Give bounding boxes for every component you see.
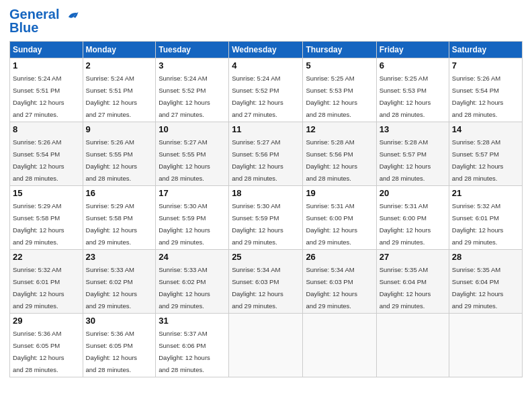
day-number: 28: [452, 252, 519, 262]
day-number: 13: [380, 124, 446, 134]
day-info: Sunrise: 5:30 AMSunset: 5:59 PMDaylight:…: [232, 202, 283, 246]
day-info: Sunrise: 5:26 AMSunset: 5:55 PMDaylight:…: [86, 138, 138, 182]
day-info: Sunrise: 5:26 AMSunset: 5:54 PMDaylight:…: [13, 138, 64, 182]
day-info: Sunrise: 5:26 AMSunset: 5:54 PMDaylight:…: [452, 75, 504, 118]
calendar-cell: 16Sunrise: 5:29 AMSunset: 5:58 PMDayligh…: [83, 185, 156, 249]
day-info: Sunrise: 5:24 AMSunset: 5:52 PMDaylight:…: [159, 75, 210, 118]
day-info: Sunrise: 5:33 AMSunset: 6:02 PMDaylight:…: [159, 266, 210, 310]
day-info: Sunrise: 5:31 AMSunset: 6:00 PMDaylight:…: [306, 202, 357, 246]
day-number: 5: [306, 60, 373, 71]
calendar-cell: 13Sunrise: 5:28 AMSunset: 5:57 PMDayligh…: [376, 122, 449, 185]
day-info: Sunrise: 5:35 AMSunset: 6:04 PMDaylight:…: [452, 266, 504, 310]
day-info: Sunrise: 5:30 AMSunset: 5:59 PMDaylight:…: [159, 202, 210, 246]
calendar-cell: 28Sunrise: 5:35 AMSunset: 6:04 PMDayligh…: [449, 249, 522, 313]
day-info: Sunrise: 5:35 AMSunset: 6:04 PMDaylight:…: [380, 266, 431, 310]
calendar-cell: 12Sunrise: 5:28 AMSunset: 5:56 PMDayligh…: [303, 122, 376, 185]
day-number: 22: [13, 252, 80, 262]
day-info: Sunrise: 5:32 AMSunset: 6:01 PMDaylight:…: [452, 202, 504, 246]
day-number: 15: [13, 188, 80, 198]
calendar-cell: 10Sunrise: 5:27 AMSunset: 5:55 PMDayligh…: [156, 122, 229, 185]
logo-text: General Blue: [9, 7, 79, 36]
calendar-cell: 18Sunrise: 5:30 AMSunset: 5:59 PMDayligh…: [229, 185, 303, 249]
calendar-cell: 5Sunrise: 5:25 AMSunset: 5:53 PMDaylight…: [303, 58, 376, 122]
calendar-cell: 24Sunrise: 5:33 AMSunset: 6:02 PMDayligh…: [156, 249, 229, 313]
day-number: 30: [86, 316, 153, 326]
dow-saturday: Saturday: [449, 41, 522, 58]
day-info: Sunrise: 5:25 AMSunset: 5:53 PMDaylight:…: [380, 75, 431, 118]
calendar-cell: 4Sunrise: 5:24 AMSunset: 5:52 PMDaylight…: [229, 58, 303, 122]
day-info: Sunrise: 5:27 AMSunset: 5:56 PMDaylight:…: [232, 138, 283, 182]
header: General Blue: [9, 7, 523, 36]
calendar-cell: 30Sunrise: 5:36 AMSunset: 6:05 PMDayligh…: [83, 313, 156, 377]
calendar-cell: 2Sunrise: 5:24 AMSunset: 5:51 PMDaylight…: [83, 58, 156, 122]
week-row-5: 29Sunrise: 5:36 AMSunset: 6:05 PMDayligh…: [10, 313, 523, 377]
dow-monday: Monday: [83, 41, 156, 58]
day-info: Sunrise: 5:36 AMSunset: 6:05 PMDaylight:…: [86, 330, 138, 373]
day-info: Sunrise: 5:31 AMSunset: 6:00 PMDaylight:…: [380, 202, 431, 246]
calendar-cell: 21Sunrise: 5:32 AMSunset: 6:01 PMDayligh…: [449, 185, 522, 249]
calendar-cell: 1Sunrise: 5:24 AMSunset: 5:51 PMDaylight…: [10, 58, 83, 122]
calendar-cell: 19Sunrise: 5:31 AMSunset: 6:00 PMDayligh…: [303, 185, 376, 249]
calendar-cell: 8Sunrise: 5:26 AMSunset: 5:54 PMDaylight…: [10, 122, 83, 185]
day-info: Sunrise: 5:27 AMSunset: 5:55 PMDaylight:…: [159, 138, 210, 182]
calendar-cell: 22Sunrise: 5:32 AMSunset: 6:01 PMDayligh…: [10, 249, 83, 313]
week-row-1: 1Sunrise: 5:24 AMSunset: 5:51 PMDaylight…: [10, 58, 523, 122]
calendar-cell: 7Sunrise: 5:26 AMSunset: 5:54 PMDaylight…: [449, 58, 522, 122]
calendar-table: SundayMondayTuesdayWednesdayThursdayFrid…: [9, 41, 523, 377]
week-row-4: 22Sunrise: 5:32 AMSunset: 6:01 PMDayligh…: [10, 249, 523, 313]
day-info: Sunrise: 5:28 AMSunset: 5:57 PMDaylight:…: [380, 138, 431, 182]
day-number: 10: [159, 124, 226, 134]
calendar-cell: 9Sunrise: 5:26 AMSunset: 5:55 PMDaylight…: [83, 122, 156, 185]
day-info: Sunrise: 5:32 AMSunset: 6:01 PMDaylight:…: [13, 266, 64, 310]
logo-bird-icon: [64, 8, 79, 23]
day-number: 16: [86, 188, 153, 198]
dow-sunday: Sunday: [10, 41, 83, 58]
day-number: 18: [232, 188, 300, 198]
day-number: 23: [86, 252, 153, 262]
day-number: 14: [452, 124, 519, 134]
day-number: 11: [232, 124, 300, 134]
logo-general: General: [9, 7, 59, 21]
logo: General Blue: [9, 7, 79, 36]
day-number: 24: [159, 252, 226, 262]
main-container: General Blue SundayMondayTuesdayWednesda…: [0, 0, 532, 384]
calendar-cell: 26Sunrise: 5:34 AMSunset: 6:03 PMDayligh…: [303, 249, 376, 313]
dow-wednesday: Wednesday: [229, 41, 303, 58]
calendar-cell: [303, 313, 376, 377]
day-info: Sunrise: 5:25 AMSunset: 5:53 PMDaylight:…: [306, 75, 357, 118]
day-number: 12: [306, 124, 373, 134]
day-number: 27: [380, 252, 446, 262]
day-number: 19: [306, 188, 373, 198]
calendar-cell: 27Sunrise: 5:35 AMSunset: 6:04 PMDayligh…: [376, 249, 449, 313]
calendar-cell: 6Sunrise: 5:25 AMSunset: 5:53 PMDaylight…: [376, 58, 449, 122]
dow-thursday: Thursday: [303, 41, 376, 58]
day-info: Sunrise: 5:33 AMSunset: 6:02 PMDaylight:…: [86, 266, 138, 310]
calendar-cell: [449, 313, 522, 377]
calendar-cell: 14Sunrise: 5:28 AMSunset: 5:57 PMDayligh…: [449, 122, 522, 185]
calendar-cell: 20Sunrise: 5:31 AMSunset: 6:00 PMDayligh…: [376, 185, 449, 249]
day-number: 26: [306, 252, 373, 262]
day-number: 8: [13, 124, 80, 134]
calendar-cell: [376, 313, 449, 377]
calendar-cell: 25Sunrise: 5:34 AMSunset: 6:03 PMDayligh…: [229, 249, 303, 313]
day-number: 7: [452, 60, 519, 71]
calendar-cell: 3Sunrise: 5:24 AMSunset: 5:52 PMDaylight…: [156, 58, 229, 122]
day-of-week-header-row: SundayMondayTuesdayWednesdayThursdayFrid…: [10, 41, 523, 58]
dow-tuesday: Tuesday: [156, 41, 229, 58]
day-number: 20: [380, 188, 446, 198]
day-number: 9: [86, 124, 153, 134]
calendar-cell: 29Sunrise: 5:36 AMSunset: 6:05 PMDayligh…: [10, 313, 83, 377]
day-info: Sunrise: 5:36 AMSunset: 6:05 PMDaylight:…: [13, 330, 64, 373]
calendar-cell: [229, 313, 303, 377]
day-info: Sunrise: 5:24 AMSunset: 5:52 PMDaylight:…: [232, 75, 283, 118]
day-number: 31: [159, 316, 226, 326]
day-number: 25: [232, 252, 300, 262]
day-info: Sunrise: 5:28 AMSunset: 5:56 PMDaylight:…: [306, 138, 357, 182]
day-number: 17: [159, 188, 226, 198]
day-number: 2: [86, 60, 153, 71]
day-number: 6: [380, 60, 446, 71]
day-info: Sunrise: 5:24 AMSunset: 5:51 PMDaylight:…: [86, 75, 138, 118]
day-number: 21: [452, 188, 519, 198]
calendar-cell: 11Sunrise: 5:27 AMSunset: 5:56 PMDayligh…: [229, 122, 303, 185]
day-info: Sunrise: 5:34 AMSunset: 6:03 PMDaylight:…: [232, 266, 283, 310]
